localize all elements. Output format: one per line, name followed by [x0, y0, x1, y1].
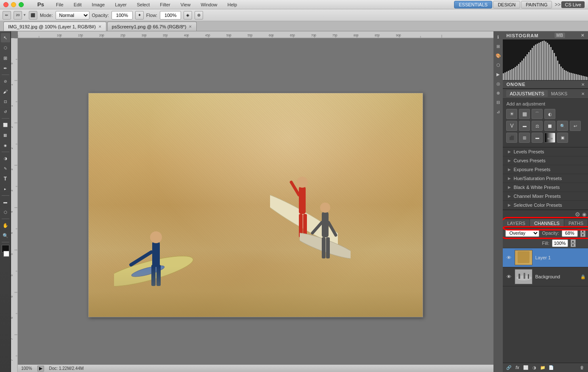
adj-threshold-btn[interactable]: ▬ [532, 133, 543, 143]
tool-history[interactable]: ↺ [1, 107, 10, 117]
menu-file[interactable]: File [54, 1, 65, 8]
opacity-input[interactable] [111, 11, 133, 19]
tool-crop[interactable]: ⊞ [1, 53, 10, 63]
tool-brush[interactable]: 🖌 [1, 87, 10, 96]
tool-clone[interactable]: ⊡ [1, 97, 10, 106]
side-icon-swatches[interactable]: 🎨 [494, 52, 502, 59]
menu-view[interactable]: View [179, 1, 192, 8]
link-layers-btn[interactable]: 🔗 [505, 364, 512, 371]
tool-lasso[interactable]: ⬡ [1, 43, 10, 53]
adj-posterize-btn[interactable]: ▥ [519, 133, 530, 143]
tab-masks[interactable]: MASKS [548, 90, 571, 97]
adj-channel-mixer-btn[interactable]: ↩ [570, 121, 581, 131]
layer-bg-visibility[interactable]: 👁 [505, 273, 512, 280]
tab-paths[interactable]: PATHS [564, 219, 588, 228]
tool-zoom[interactable]: 🔍 [1, 231, 10, 240]
fill-spin-down[interactable]: ▼ [571, 243, 576, 247]
layer-row-1[interactable]: 👁 Layer 1 [503, 248, 588, 267]
adj-invert-btn[interactable]: ⬛ [506, 133, 517, 143]
tool-blur[interactable]: ◉ [1, 141, 10, 150]
cs-live-btn[interactable]: CS Live [561, 1, 585, 8]
tab-channels[interactable]: CHANNELS [530, 219, 564, 228]
opacity-value-input[interactable] [562, 229, 578, 237]
doc-tab-2[interactable]: psScreeny1.png @ 66.7% (RGB/8*) ✕ [107, 22, 197, 31]
layer-1-visibility[interactable]: 👁 [505, 254, 512, 261]
fill-value-input[interactable] [552, 239, 568, 247]
tool-hand[interactable]: ✋ [1, 221, 10, 230]
menu-filter[interactable]: Filter [158, 1, 172, 8]
maximize-dot[interactable] [19, 2, 24, 7]
mode-select[interactable]: Normal Overlay Multiply [56, 11, 89, 19]
side-icon-clone-source[interactable]: ⊕ [494, 89, 502, 97]
airbrush-btn[interactable]: ✦ [135, 11, 144, 19]
fill-spin-up[interactable]: ▲ [571, 239, 576, 243]
adj-black-white-btn[interactable]: ◼ [544, 121, 555, 131]
clone-source-btn[interactable]: ⊕ [195, 11, 203, 19]
preset-hue-sat[interactable]: ▶ Hue/Saturation Presets [503, 174, 588, 183]
onone-close[interactable]: ✕ [581, 82, 585, 87]
adj-levels-btn[interactable]: ▦ [519, 109, 530, 119]
preset-exposure[interactable]: ▶ Exposure Presets [503, 165, 588, 174]
tool-gradient[interactable]: ▦ [1, 130, 10, 140]
adjustment-layer-btn[interactable]: ◑ [531, 364, 538, 371]
add-mask-btn[interactable]: ⬜ [522, 364, 529, 371]
tool-eyedropper[interactable]: ✒ [1, 64, 10, 73]
adj-color-balance-btn[interactable]: ⚖ [532, 121, 543, 131]
more-tabs-arrow[interactable]: >> [555, 2, 560, 8]
close-dot[interactable] [3, 2, 8, 7]
flow-input[interactable] [160, 11, 181, 19]
background-color[interactable] [3, 251, 9, 257]
tab-design[interactable]: DESIGN [493, 1, 520, 8]
adj-gradient-map-btn[interactable]: ▬ [544, 133, 555, 143]
side-icon-3d[interactable]: ⬡ [494, 61, 502, 69]
delete-layer-btn[interactable]: 🗑 [579, 364, 585, 371]
menu-layer[interactable]: Layer [113, 1, 128, 8]
new-layer-btn[interactable]: 📄 [548, 364, 555, 371]
tool-type[interactable]: T [1, 174, 10, 183]
tab-painting[interactable]: PAINTING [521, 1, 552, 8]
preset-channel-mixer[interactable]: ▶ Channel Mixer Presets [503, 192, 588, 201]
tool-eraser[interactable]: ⬜ [1, 120, 10, 130]
adj-selective-color-btn[interactable]: ▣ [557, 133, 568, 143]
menu-window[interactable]: Window [199, 1, 219, 8]
adj-exposure-btn[interactable]: ◐ [544, 109, 555, 119]
menu-edit[interactable]: Edit [72, 1, 84, 8]
menu-image[interactable]: Image [90, 1, 107, 8]
minimize-dot[interactable] [11, 2, 16, 7]
new-group-btn[interactable]: 📁 [539, 364, 546, 371]
brush-options-icon[interactable]: ⬛ [29, 11, 37, 19]
tool-heal[interactable]: ⊘ [1, 77, 10, 86]
tool-path-select[interactable]: ▸ [1, 184, 10, 194]
adj-hue-sat-btn[interactable]: ▬ [519, 121, 530, 131]
menu-select[interactable]: Select [135, 1, 152, 8]
tab-layers[interactable]: LAYERS [503, 219, 530, 228]
adj-close[interactable]: ✕ [581, 92, 585, 96]
adj-curves-btn[interactable]: ⌒ [532, 109, 543, 119]
side-icon-mini-bridge[interactable]: ⊟ [494, 98, 502, 106]
preset-curves[interactable]: ▶ Curves Presets [503, 156, 588, 165]
tool-dodge[interactable]: ◑ [1, 154, 10, 163]
layer-row-bg[interactable]: 👁 Background [503, 267, 588, 286]
tool-3d[interactable]: ⬡ [1, 208, 10, 217]
onone-tab[interactable]: ONONE [506, 82, 525, 87]
fx-btn[interactable]: fx [514, 364, 521, 371]
tool-shape[interactable]: ▬ [1, 197, 10, 207]
tool-preset-arrow[interactable]: ▼ [23, 13, 26, 17]
side-icon-actions[interactable]: ▶ [494, 70, 502, 78]
adj-brightness-btn[interactable]: ☀ [506, 109, 517, 119]
preset-selective-color[interactable]: ▶ Selective Color Presets [503, 201, 588, 210]
side-icon-timeline[interactable]: ⊿ [494, 108, 502, 115]
menu-help[interactable]: Help [226, 1, 239, 8]
opacity-spin-up[interactable]: ▲ [580, 229, 585, 233]
tab-essentials[interactable]: ESSENTIALS [454, 1, 492, 8]
adj-photo-filter-btn[interactable]: 🔍 [557, 121, 568, 131]
side-icon-history[interactable]: ⊞ [494, 42, 502, 50]
adj-vibrance-btn[interactable]: V [506, 121, 517, 131]
preset-levels[interactable]: ▶ Levels Presets [503, 147, 588, 156]
histogram-close[interactable]: ✕ [581, 33, 585, 38]
doc-tab-1-close[interactable]: ✕ [98, 25, 102, 29]
panel-gear-icon[interactable]: ⚙ [575, 211, 580, 218]
tool-preset-icon[interactable]: 20 [14, 11, 22, 19]
doc-tab-1[interactable]: IMG_9192.jpg @ 100% (Layer 1, RGB/8#) ✕ [3, 22, 106, 31]
pen-pressure-btn[interactable]: ◈ [184, 11, 192, 19]
